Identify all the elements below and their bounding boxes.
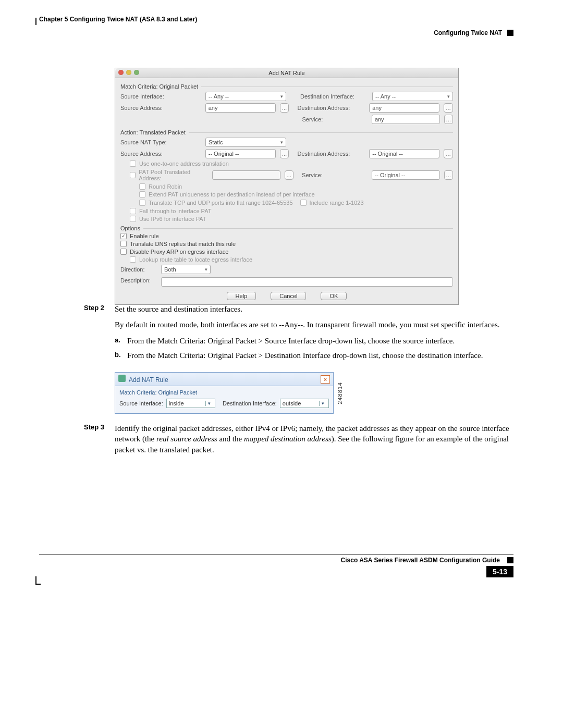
flat-range-checkbox: Translate TCP and UDP ports into flat ra… <box>139 200 293 206</box>
help-button[interactable]: Help <box>227 292 256 300</box>
translated-destination-address-picker[interactable]: … <box>444 149 453 158</box>
chapter-title: Chapter 5 Configuring Twice NAT (ASA 8.3… <box>39 16 197 23</box>
chevron-down-icon: ▾ <box>205 401 213 406</box>
direction-select[interactable]: Both▾ <box>161 265 211 274</box>
nat-type-select[interactable]: Static▾ <box>205 138 286 147</box>
translated-destination-address-label: Destination Address: <box>297 151 365 157</box>
fallthrough-checkbox[interactable]: Fall through to interface PAT <box>130 208 453 214</box>
destination-interface-select[interactable]: -- Any --▾ <box>372 92 453 101</box>
d2-destination-interface-select[interactable]: outside▾ <box>280 399 329 408</box>
close-icon[interactable] <box>118 70 124 75</box>
description-label: Description: <box>120 277 157 283</box>
section-marker-icon <box>507 30 513 36</box>
enable-rule-checkbox[interactable]: ✓Enable rule <box>120 233 453 239</box>
destination-address-input[interactable]: any <box>369 103 439 113</box>
dialog2-section: Match Criteria: Original Packet <box>119 389 329 396</box>
section-title: Configuring Twice NAT <box>434 29 502 36</box>
zoom-icon[interactable] <box>134 70 139 75</box>
step-2-label: Step 2 <box>39 304 115 312</box>
dialog-icon <box>118 375 126 382</box>
translated-destination-address-input[interactable]: -- Original -- <box>369 149 439 158</box>
d2-destination-interface-label: Destination Interface: <box>223 400 277 406</box>
translated-source-address-label: Source Address: <box>120 151 201 157</box>
close-icon[interactable]: × <box>321 375 330 384</box>
service-picker[interactable]: … <box>444 115 453 124</box>
destination-address-picker[interactable]: … <box>444 103 453 113</box>
nat-type-label: Source NAT Type: <box>120 139 201 145</box>
pat-pool-checkbox[interactable]: PAT Pool Translated Address: <box>130 169 208 181</box>
source-address-label: Source Address: <box>120 105 201 111</box>
step-2a-text: From the Match Criteria: Original Packet… <box>127 336 455 346</box>
action-header: Action: Translated Packet <box>120 129 186 135</box>
add-nat-rule-snippet: Add NAT Rule × Match Criteria: Original … <box>115 372 334 414</box>
source-address-picker[interactable]: … <box>280 103 289 113</box>
ipv6-pat-checkbox[interactable]: Use IPv6 for interface PAT <box>130 216 453 222</box>
translated-source-address-picker[interactable]: … <box>280 149 289 158</box>
description-input[interactable] <box>161 277 453 287</box>
crop-mark-bottom <box>35 576 36 584</box>
figure-id: 248814 <box>337 382 343 404</box>
minimize-icon[interactable] <box>126 70 131 75</box>
source-interface-select[interactable]: -- Any --▾ <box>205 92 286 101</box>
ok-button[interactable]: OK <box>321 292 347 300</box>
chevron-updown-icon: ▾ <box>280 94 283 99</box>
match-criteria-header: Match Criteria: Original Packet <box>120 83 198 90</box>
step-3-text: Identify the original packet addresses, … <box>115 423 513 455</box>
d2-source-interface-select[interactable]: inside▾ <box>166 399 215 408</box>
disable-proxy-arp-checkbox[interactable]: Disable Proxy ARP on egress interface <box>120 249 453 255</box>
sub-b-label: b. <box>115 350 127 361</box>
dialog2-title: Add NAT Rule <box>129 376 168 384</box>
include-range-checkbox: Include range 1-1023 <box>300 200 364 206</box>
pat-pool-picker: … <box>285 170 293 180</box>
lookup-route-checkbox: Lookup route table to locate egress inte… <box>130 256 453 263</box>
translated-service-input[interactable]: -- Original -- <box>372 170 440 180</box>
extend-pat-checkbox: Extend PAT uniqueness to per destination… <box>139 191 453 198</box>
step-2b-text: From the Match Criteria: Original Packet… <box>127 350 483 361</box>
source-interface-label: Source Interface: <box>120 93 201 100</box>
translated-service-picker[interactable]: … <box>444 170 453 180</box>
window-controls <box>118 70 139 75</box>
direction-label: Direction: <box>120 266 157 273</box>
destination-interface-label: Destination Interface: <box>300 93 368 100</box>
round-robin-checkbox: Round Robin <box>139 183 453 190</box>
options-header: Options <box>120 225 140 231</box>
one-to-one-checkbox[interactable]: Use one-to-one address translation <box>130 161 453 167</box>
d2-source-interface-label: Source Interface: <box>119 400 163 406</box>
pat-pool-input <box>212 170 280 180</box>
chevron-updown-icon: ▾ <box>280 140 283 145</box>
crop-mark-top <box>35 18 36 25</box>
footer-guide-title: Cisco ASA Series Firewall ASDM Configura… <box>341 557 500 564</box>
step-2-sentence-2: By default in routed mode, both interfac… <box>115 319 513 330</box>
chevron-updown-icon: ▾ <box>205 267 207 272</box>
chevron-down-icon: ▾ <box>319 401 326 406</box>
dialog-title: Add NAT Rule <box>268 70 304 76</box>
sub-a-label: a. <box>115 336 127 346</box>
destination-address-label: Destination Address: <box>297 105 365 111</box>
page-number: 5-13 <box>486 566 513 577</box>
step-2-sentence-1: Set the source and destination interface… <box>115 304 513 314</box>
source-address-input[interactable]: any <box>205 103 276 113</box>
dialog-titlebar: Add NAT Rule <box>115 68 458 78</box>
cancel-button[interactable]: Cancel <box>271 292 306 300</box>
translated-service-label: Service: <box>302 172 368 178</box>
footer-marker-icon <box>507 557 513 563</box>
service-input[interactable]: any <box>372 115 440 124</box>
chevron-updown-icon: ▾ <box>447 94 450 99</box>
translated-source-address-input[interactable]: -- Original -- <box>205 149 276 158</box>
service-label: Service: <box>302 116 367 122</box>
translate-dns-checkbox[interactable]: Translate DNS replies that match this ru… <box>120 241 453 247</box>
step-3-label: Step 3 <box>39 423 115 431</box>
add-nat-rule-dialog: Add NAT Rule Match Criteria: Original Pa… <box>115 68 459 305</box>
